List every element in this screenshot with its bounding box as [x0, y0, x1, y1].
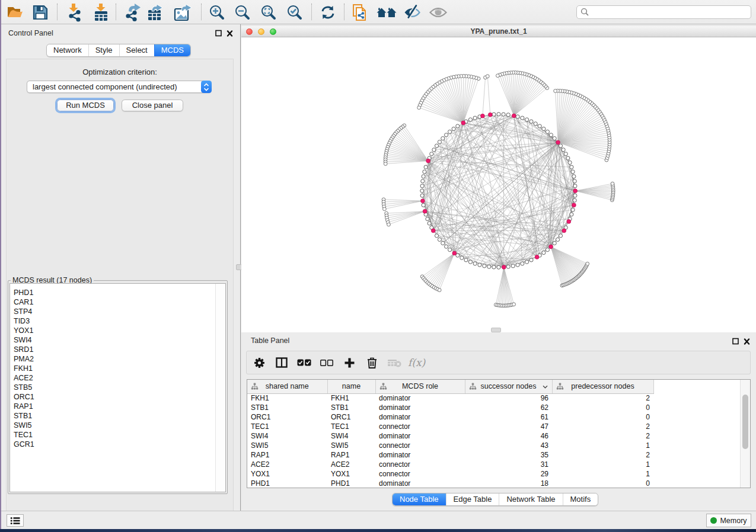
mcds-result-item[interactable]: PHD1 — [10, 288, 225, 297]
cell-name[interactable]: STB1 — [327, 403, 375, 412]
mcds-result-item[interactable]: STP4 — [10, 307, 225, 316]
mcds-result-item[interactable]: SRD1 — [10, 345, 225, 354]
control-tab-mcds[interactable]: MCDS — [154, 44, 190, 56]
table-scrollbar[interactable] — [740, 380, 750, 488]
cell-succ[interactable]: 43 — [465, 441, 552, 450]
cell-role[interactable]: dominator — [375, 393, 465, 403]
cell-shared_name[interactable]: TEC1 — [247, 422, 327, 431]
mcds-result-item[interactable]: SWI5 — [10, 421, 225, 430]
table-tab-network-table[interactable]: Network Table — [499, 493, 562, 505]
mcds-result-item[interactable]: STB5 — [10, 383, 225, 392]
cell-shared_name[interactable]: PHD1 — [247, 479, 327, 488]
mcds-list-scrollbar[interactable] — [215, 284, 225, 492]
search-input[interactable] — [576, 5, 751, 19]
cell-pred[interactable]: 1 — [552, 441, 653, 450]
horizontal-splitter-grip[interactable] — [491, 328, 501, 332]
mcds-result-item[interactable]: TEC1 — [10, 430, 225, 440]
close-panel-icon[interactable] — [227, 30, 233, 37]
table-tab-motifs[interactable]: Motifs — [563, 493, 598, 505]
show-all-button[interactable] — [428, 2, 448, 22]
mcds-result-item[interactable]: FKH1 — [10, 364, 225, 373]
cell-name[interactable]: TEC1 — [327, 422, 375, 431]
cell-succ[interactable]: 47 — [465, 422, 552, 431]
hide-selected-button[interactable] — [403, 2, 423, 22]
cell-shared_name[interactable]: ACE2 — [247, 460, 327, 469]
table-row[interactable]: SWI4SWI4dominator462 — [247, 431, 653, 441]
delete-column-button[interactable] — [361, 352, 383, 373]
cell-name[interactable]: ORC1 — [327, 412, 375, 422]
cell-pred[interactable]: 1 — [552, 460, 653, 469]
table-row[interactable]: ORC1ORC1dominator610 — [247, 412, 653, 422]
new-network-from-selection-button[interactable] — [350, 2, 370, 22]
zoom-selected-button[interactable] — [285, 2, 305, 22]
show-column-button[interactable] — [270, 352, 293, 373]
table-tab-edge-table[interactable]: Edge Table — [446, 493, 499, 505]
add-column-button[interactable] — [338, 352, 361, 373]
mcds-result-item[interactable]: ORC1 — [10, 392, 225, 402]
mcds-result-item[interactable]: CAR1 — [10, 297, 225, 307]
cell-pred[interactable]: 2 — [552, 422, 653, 431]
table-row[interactable]: YOX1YOX1connector291 — [247, 469, 653, 479]
table-row[interactable]: RAP1RAP1dominator352 — [247, 450, 653, 460]
column-header-shared-name[interactable]: shared name — [247, 380, 327, 393]
function-builder-button[interactable]: f(x) — [406, 352, 428, 373]
cell-pred[interactable]: 2 — [552, 450, 653, 460]
mcds-result-item[interactable]: GCR1 — [10, 440, 225, 449]
export-table-button[interactable] — [146, 2, 166, 22]
table-row[interactable]: TEC1TEC1connector472 — [247, 422, 653, 431]
cell-shared_name[interactable]: STB1 — [247, 403, 327, 412]
table-tab-node-table[interactable]: Node Table — [393, 493, 446, 505]
cell-role[interactable]: dominator — [375, 450, 465, 460]
cell-pred[interactable]: 0 — [552, 479, 653, 488]
cell-role[interactable]: dominator — [375, 412, 465, 422]
cell-succ[interactable]: 18 — [465, 479, 552, 488]
control-tab-select[interactable]: Select — [119, 44, 154, 56]
refresh-button[interactable] — [318, 2, 338, 22]
mcds-result-item[interactable]: RAP1 — [10, 402, 225, 411]
cell-shared_name[interactable]: FKH1 — [247, 393, 327, 403]
delete-table-button[interactable] — [383, 352, 406, 373]
mcds-result-item[interactable]: ACE2 — [10, 373, 225, 383]
cell-role[interactable]: connector — [375, 441, 465, 450]
cell-shared_name[interactable]: SWI5 — [247, 441, 327, 450]
cell-succ[interactable]: 61 — [465, 412, 552, 422]
float-window-icon[interactable] — [215, 30, 222, 37]
column-header-name[interactable]: name — [327, 380, 375, 393]
cell-succ[interactable]: 46 — [465, 431, 552, 441]
cell-pred[interactable]: 2 — [552, 393, 653, 403]
cell-shared_name[interactable]: YOX1 — [247, 469, 327, 479]
cell-pred[interactable]: 2 — [552, 431, 653, 441]
mcds-result-item[interactable]: PMA2 — [10, 354, 225, 364]
zoom-out-button[interactable] — [232, 2, 253, 22]
column-header-successor-nodes[interactable]: successor nodes — [465, 380, 552, 393]
cell-role[interactable]: connector — [375, 460, 465, 469]
unselect-all-columns-button[interactable] — [315, 352, 338, 373]
mcds-result-item[interactable]: YOX1 — [10, 326, 225, 335]
first-neighbors-button[interactable] — [377, 2, 397, 22]
zoom-fit-button[interactable] — [259, 2, 279, 22]
import-network-button[interactable] — [64, 2, 84, 22]
cell-role[interactable]: connector — [375, 469, 465, 479]
cell-name[interactable]: SWI4 — [327, 431, 375, 441]
table-scrollbar-thumb[interactable] — [742, 395, 748, 449]
export-network-button[interactable] — [123, 2, 143, 22]
table-options-button[interactable] — [248, 352, 270, 373]
mcds-result-list[interactable]: PHD1CAR1STP4TID3YOX1SWI4SRD1PMA2FKH1ACE2… — [9, 283, 226, 492]
run-mcds-button[interactable]: Run MCDS — [57, 100, 114, 111]
export-image-button[interactable] — [174, 2, 194, 22]
open-session-button[interactable] — [5, 2, 25, 22]
memory-button[interactable]: Memory — [706, 514, 751, 527]
show-panels-button[interactable] — [7, 514, 24, 527]
cell-succ[interactable]: 29 — [465, 469, 552, 479]
close-panel-button[interactable]: Close panel — [122, 100, 183, 111]
table-row[interactable]: FKH1FKH1dominator962 — [247, 393, 653, 403]
cell-role[interactable]: dominator — [375, 403, 465, 412]
cell-name[interactable]: ACE2 — [327, 460, 375, 469]
control-tab-network[interactable]: Network — [47, 44, 88, 56]
save-session-button[interactable] — [30, 2, 50, 22]
cell-succ[interactable]: 96 — [465, 393, 552, 403]
zoom-in-button[interactable] — [207, 2, 227, 22]
cell-shared_name[interactable]: ORC1 — [247, 412, 327, 422]
mcds-result-item[interactable]: TID3 — [10, 316, 225, 326]
import-table-button[interactable] — [91, 2, 111, 22]
